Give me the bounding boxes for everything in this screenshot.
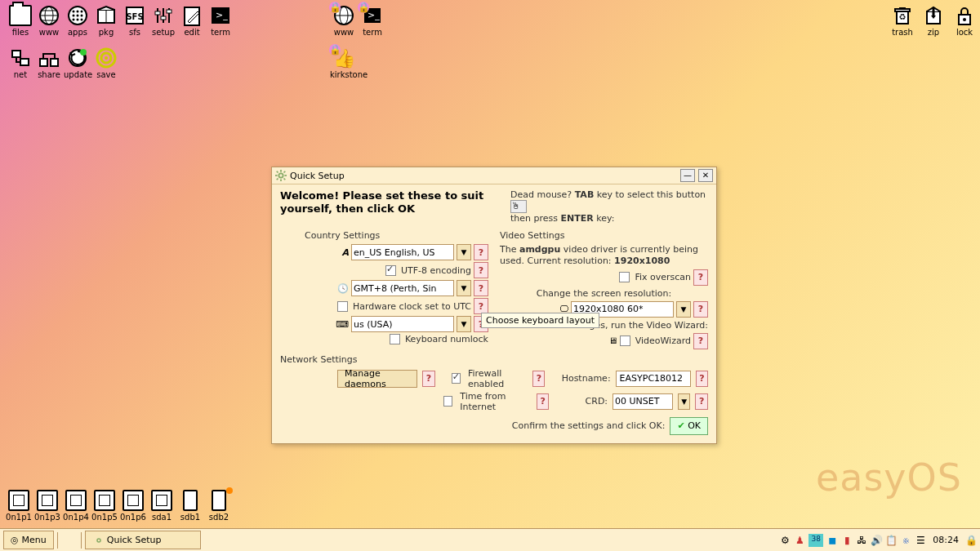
desktop-icon-apps[interactable]: apps [64,5,91,37]
videowizard-label: VideoWizard [635,335,691,346]
tray-bluetooth-icon[interactable]: ⨳ [900,535,911,546]
svg-point-14 [81,19,83,21]
tray-battery-icon[interactable]: 38 [808,534,823,547]
disk-icon [122,490,145,511]
clock[interactable]: 08:24 [929,535,962,545]
desktop-icon-trash[interactable]: ♻trash [889,5,916,37]
menu-button[interactable]: ◎ Menu [3,531,54,549]
svg-rect-30 [40,59,47,66]
desktop-icon-sda1[interactable]: sda1 [148,490,176,522]
tray-volume-icon[interactable]: 🔊 [871,535,882,546]
overscan-help[interactable]: ? [693,269,708,286]
hwclock-help[interactable]: ? [474,298,488,314]
window-title: Quick Setup [290,171,345,181]
show-desktop-button[interactable] [61,532,78,549]
desktop-icon-www[interactable]: www [35,5,63,37]
tray-network-icon[interactable]: 🖧 [856,535,867,546]
numlock-checkbox[interactable] [390,334,400,344]
save-icon [95,47,118,69]
svg-point-12 [73,19,75,21]
videowizard-checkbox[interactable] [620,335,630,346]
tray-user-icon[interactable]: ♟ [794,535,805,546]
usb-icon [179,490,202,511]
desktop-icon-0n1p3[interactable]: 0n1p3 [33,490,61,522]
hostname-help[interactable]: ? [696,371,708,387]
locale-select[interactable]: en_US English, US [351,244,454,260]
keyboard-select[interactable]: us (USA) [351,316,454,332]
desktop-icon-term[interactable]: >_term [207,5,234,37]
desktop-icon-0n1p6[interactable]: 0n1p6 [119,490,147,522]
resolution-dropdown[interactable]: ▼ [676,301,691,318]
clock-icon: 🕓 [337,283,349,294]
icon-label: update [64,70,91,79]
svg-point-33 [80,49,87,56]
time-internet-checkbox[interactable] [443,396,452,407]
icon-label: www [35,28,63,37]
tray-cpu-icon[interactable]: ◼ [826,535,838,546]
icon-label: setup [149,28,177,37]
icon-label: files [7,28,34,37]
overscan-label: Fix overscan [635,272,691,282]
tray-disk-icon[interactable]: ▮ [841,535,853,546]
disk-icon [150,490,173,511]
desktop-icon-update[interactable]: update [64,47,91,79]
crd-help[interactable]: ? [695,393,708,410]
hostname-input[interactable]: EASYPC18012 [616,371,691,387]
svg-point-48 [278,173,283,177]
disk-icon [93,490,116,511]
desktop-icon-share[interactable]: share [35,47,63,79]
tray-clipboard-icon[interactable]: 📋 [885,535,897,546]
manage-daemons-button[interactable]: Manage daemons [337,370,417,388]
desktop-icon-sdb2[interactable]: sdb2 [205,490,233,522]
titlebar[interactable]: Quick Setup — ✕ [272,167,716,184]
icon-label: apps [64,28,91,37]
resolution-help[interactable]: ? [693,301,708,318]
videowizard-help[interactable]: ? [693,333,708,349]
close-button[interactable]: ✕ [698,169,713,182]
taskbar-item-quick-setup[interactable]: Quick Setup [85,531,201,549]
desktop-icon-www[interactable]: 🔒www [330,5,358,37]
firewall-help[interactable]: ? [532,371,545,387]
lock-icon [953,5,976,26]
system-tray: ⚙ ♟ 38 ◼ ▮ 🖧 🔊 📋 ⨳ ☰ 08:24 🔒 [779,534,977,547]
minimize-button[interactable]: — [680,169,695,182]
desktop-icon-save[interactable]: save [92,47,120,79]
crd-select[interactable]: 00 UNSET [612,393,673,410]
ok-button[interactable]: ✔ OK [670,417,708,435]
mouse-button-icon[interactable]: 🖱 [510,200,527,213]
desktop-icon-zip[interactable]: zip [920,5,947,37]
desktop-icon-setup[interactable]: setup [149,5,177,37]
desktop-icon-edit[interactable]: edit [178,5,206,37]
desktop-icon-sfs[interactable]: SFSsfs [121,5,149,37]
daemons-help[interactable]: ? [422,371,434,387]
tray-keyboard-icon[interactable]: ☰ [915,535,926,546]
icon-label: term [207,28,234,37]
hwclock-checkbox[interactable] [337,301,348,312]
desktop-icon-pkg[interactable]: pkg [92,5,120,37]
locale-dropdown[interactable]: ▼ [457,244,471,260]
timezone-select[interactable]: GMT+8 (Perth, Sin [351,280,454,296]
utf8-checkbox[interactable] [385,265,396,276]
keyboard-dropdown[interactable]: ▼ [457,316,471,332]
desktop-icon-term[interactable]: >_🔒term [359,5,386,37]
desktop-icon-0n1p1[interactable]: 0n1p1 [5,490,33,522]
timezone-help[interactable]: ? [474,280,488,296]
tray-shutdown-icon[interactable]: 🔒 [965,535,977,546]
firewall-checkbox[interactable] [452,373,461,384]
desktop-icon-lock[interactable]: lock [951,5,978,37]
tray-icon-1[interactable]: ⚙ [779,535,791,546]
term-icon: >_ [209,5,232,26]
utf8-help[interactable]: ? [474,262,488,278]
desktop-icon-kirkstone[interactable]: 👍🔒kirkstone [330,47,358,79]
timezone-dropdown[interactable]: ▼ [457,280,471,296]
crd-dropdown[interactable]: ▼ [678,393,691,410]
desktop-icon-0n1p5[interactable]: 0n1p5 [91,490,118,522]
desktop-icon-files[interactable]: files [7,5,34,37]
desktop-icon-net[interactable]: net [7,47,34,79]
desktop-icon-0n1p4[interactable]: 0n1p4 [62,490,90,522]
time-internet-help[interactable]: ? [537,393,550,410]
locale-help[interactable]: ? [474,244,488,260]
hostname-label: Hostname: [562,373,611,384]
desktop-icon-sdb1[interactable]: sdb1 [176,490,204,522]
overscan-checkbox[interactable] [619,272,630,282]
